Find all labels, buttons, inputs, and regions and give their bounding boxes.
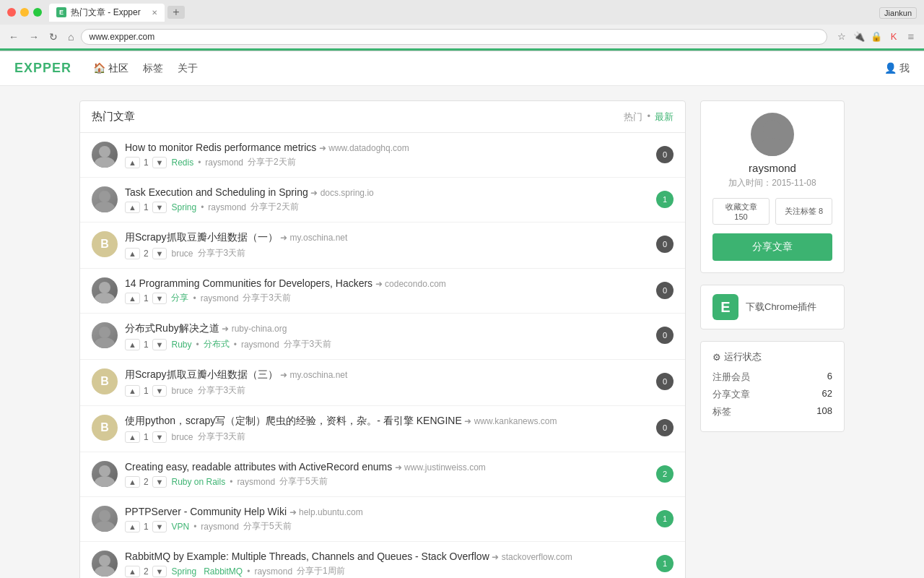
article-meta: ▲ 1 ▼ VPN • raysmond 分享于5天前: [125, 520, 649, 532]
stat-label-articles: 分享文章: [712, 388, 750, 401]
share-article-btn[interactable]: 分享文章: [712, 233, 832, 261]
article-title[interactable]: 14 Programming Communities for Developer…: [125, 277, 372, 289]
upvote-btn[interactable]: ▲: [125, 566, 140, 577]
downvote-btn[interactable]: ▼: [152, 385, 167, 397]
close-window-btn[interactable]: [7, 8, 16, 17]
user-avatar: [751, 113, 794, 156]
extension-icon-3[interactable]: K: [886, 30, 901, 44]
article-tag-2[interactable]: RabbitMQ: [204, 566, 243, 577]
upvote-btn[interactable]: ▲: [125, 521, 140, 532]
new-tab-btn[interactable]: +: [167, 6, 185, 19]
home-btn[interactable]: ⌂: [65, 30, 77, 44]
meta-dot: •: [234, 340, 237, 350]
upvote-btn[interactable]: ▲: [125, 202, 140, 213]
nav-about[interactable]: 关于: [178, 62, 198, 75]
comment-count[interactable]: 0: [656, 373, 674, 390]
vote-count: 1: [141, 432, 151, 442]
saved-articles-btn[interactable]: 收藏文章 150: [712, 198, 770, 225]
comment-count[interactable]: 0: [656, 327, 674, 344]
downvote-btn[interactable]: ▼: [152, 157, 167, 168]
meta-dot: •: [196, 340, 199, 350]
plugin-download-btn[interactable]: 下载Chrome插件: [746, 301, 816, 314]
nav-community[interactable]: 🏠 社区: [93, 62, 128, 75]
comment-count[interactable]: 0: [656, 146, 674, 163]
upvote-btn[interactable]: ▲: [125, 431, 140, 443]
upvote-btn[interactable]: ▲: [125, 385, 140, 397]
svg-point-12: [99, 555, 110, 566]
article-tag[interactable]: 分享: [171, 292, 188, 304]
filter-latest[interactable]: 最新: [655, 111, 674, 124]
downvote-btn[interactable]: ▼: [152, 202, 167, 213]
article-title[interactable]: RabbitMQ by Example: Multiple Threads, C…: [125, 551, 489, 562]
upvote-btn[interactable]: ▲: [125, 293, 140, 304]
user-card: raysmond 加入时间：2015-11-08 收藏文章 150 关注标签 8…: [700, 100, 845, 273]
article-tag[interactable]: Ruby on Rails: [171, 477, 225, 487]
article-tag[interactable]: Spring: [171, 202, 196, 212]
comment-count[interactable]: 0: [656, 236, 674, 253]
upvote-btn[interactable]: ▲: [125, 476, 140, 488]
article-tag[interactable]: Ruby: [171, 340, 191, 350]
article-body: How to monitor Redis performance metrics…: [125, 142, 649, 168]
article-title[interactable]: 分布式Ruby解决之道: [125, 322, 219, 334]
extension-icon-4[interactable]: ≡: [904, 30, 918, 44]
article-title[interactable]: Task Execution and Scheduling in Spring: [125, 186, 308, 198]
article-tag[interactable]: VPN: [171, 522, 189, 532]
comment-count[interactable]: 0: [656, 419, 674, 436]
article-tag[interactable]: Spring: [171, 566, 196, 577]
comment-count[interactable]: 1: [656, 191, 674, 208]
article-title[interactable]: 用Scrapy抓取豆瓣小组数据（三）: [125, 368, 278, 380]
filter-separator: •: [647, 111, 650, 124]
article-tag[interactable]: Redis: [171, 158, 193, 168]
article-time: 分享于5天前: [243, 520, 292, 532]
article-title[interactable]: 用Scrapy抓取豆瓣小组数据（一）: [125, 231, 278, 243]
comment-count[interactable]: 1: [656, 555, 674, 572]
article-tag-2[interactable]: 分布式: [204, 338, 230, 350]
minimize-window-btn[interactable]: [20, 8, 29, 17]
downvote-btn[interactable]: ▼: [152, 431, 167, 443]
downvote-btn[interactable]: ▼: [152, 476, 167, 488]
downvote-btn[interactable]: ▼: [152, 293, 167, 304]
meta-dot: •: [230, 477, 232, 487]
refresh-btn[interactable]: ↻: [46, 30, 61, 44]
meta-dot: •: [247, 566, 250, 577]
comment-count[interactable]: 1: [656, 510, 674, 527]
maximize-window-btn[interactable]: [33, 8, 42, 17]
gear-icon: ⚙: [712, 352, 721, 363]
downvote-btn[interactable]: ▼: [152, 521, 167, 532]
upvote-btn[interactable]: ▲: [125, 157, 140, 168]
vote-controls: ▲ 1 ▼: [125, 385, 167, 397]
article-title[interactable]: Creating easy, readable attributes with …: [125, 461, 392, 473]
extension-icon-2[interactable]: 🔒: [869, 30, 884, 44]
article-body: 14 Programming Communities for Developer…: [125, 277, 649, 304]
meta-dot: •: [201, 202, 204, 212]
meta-dot: •: [193, 522, 196, 532]
article-title[interactable]: PPTPServer - Community Help Wiki: [125, 506, 287, 517]
back-btn[interactable]: ←: [6, 30, 22, 44]
browser-tab[interactable]: E 热门文章 - Expper ✕: [49, 4, 165, 22]
upvote-btn[interactable]: ▲: [125, 339, 140, 350]
article-title[interactable]: How to monitor Redis performance metrics: [125, 142, 316, 153]
article-author: raysmond: [205, 158, 243, 168]
forward-btn[interactable]: →: [26, 30, 42, 44]
nav-tags[interactable]: 标签: [143, 62, 163, 75]
downvote-btn[interactable]: ▼: [152, 339, 167, 350]
stat-value-tags: 108: [816, 405, 832, 418]
article-time: 分享于2天前: [250, 201, 299, 213]
bookmark-icon[interactable]: ☆: [834, 30, 849, 44]
avatar: [92, 551, 118, 577]
comment-count[interactable]: 0: [656, 282, 674, 299]
article-body: 用Scrapy抓取豆瓣小组数据（一） ➜ my.oschina.net ▲ 2 …: [125, 231, 649, 259]
downvote-btn[interactable]: ▼: [152, 566, 167, 577]
follow-tags-btn[interactable]: 关注标签 8: [775, 198, 832, 225]
downvote-btn[interactable]: ▼: [152, 248, 167, 259]
user-stats: 收藏文章 150 关注标签 8: [712, 198, 832, 225]
article-title[interactable]: 使用python，scrapy写（定制）爬虫的经验，资料，杂。- 看引擎 KEN…: [125, 415, 462, 426]
upvote-btn[interactable]: ▲: [125, 248, 140, 259]
header-user-menu[interactable]: 👤 我: [884, 62, 910, 75]
comment-count[interactable]: 2: [656, 465, 674, 483]
extension-icon-1[interactable]: 🔌: [852, 30, 866, 44]
tab-close-btn[interactable]: ✕: [152, 9, 157, 17]
filter-hot[interactable]: 热门: [624, 111, 642, 124]
address-bar[interactable]: www.expper.com: [81, 29, 827, 45]
app-logo[interactable]: EXPPER: [14, 61, 71, 76]
